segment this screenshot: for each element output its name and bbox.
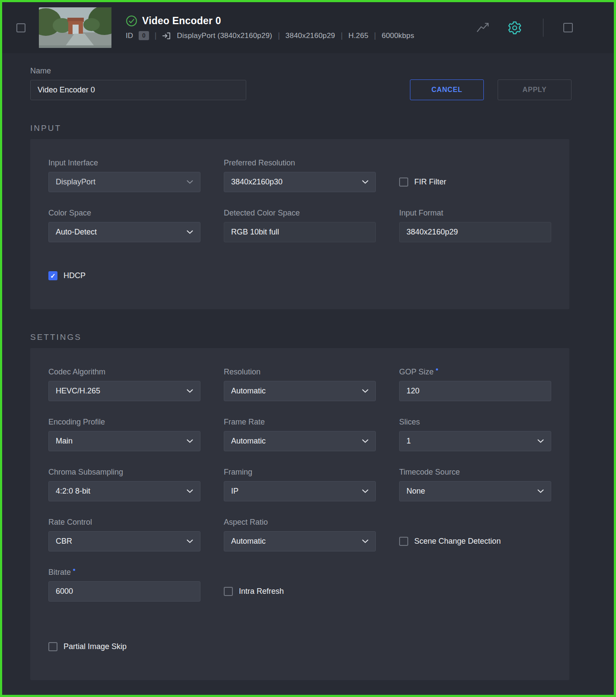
scene-change-detection-checkbox[interactable]: Scene Change Detection bbox=[399, 531, 551, 551]
partial-image-skip-label: Partial Image Skip bbox=[64, 642, 127, 651]
settings-section-title: SETTINGS bbox=[30, 333, 614, 342]
preferred-resolution-field: Preferred Resolution 3840x2160p30 bbox=[224, 158, 376, 192]
preferred-resolution-value: 3840x2160p30 bbox=[231, 177, 283, 187]
preview-scene-image bbox=[39, 7, 111, 48]
gop-size-label: GOP Size bbox=[399, 367, 551, 377]
input-interface-field: Input Interface DisplayPort bbox=[48, 158, 200, 192]
hdcp-checkbox-box[interactable] bbox=[48, 271, 57, 280]
detected-color-space-value: RGB 10bit full bbox=[231, 228, 279, 237]
bitrate-label: Bitrate bbox=[48, 567, 200, 577]
rate-control-select[interactable]: CBR bbox=[48, 531, 200, 551]
chevron-down-icon bbox=[187, 180, 193, 184]
input-interface-label: Input Interface bbox=[48, 158, 200, 168]
rate-control-field: Rate Control CBR bbox=[48, 517, 200, 551]
bitrate-field: Bitrate bbox=[48, 567, 200, 602]
framing-select[interactable]: IP bbox=[224, 481, 376, 501]
codec-algorithm-select[interactable]: HEVC/H.265 bbox=[48, 381, 200, 401]
framing-label: Framing bbox=[224, 467, 376, 477]
fir-filter-checkbox-box[interactable] bbox=[399, 177, 408, 187]
detected-color-space-field: Detected Color Space RGB 10bit full bbox=[224, 208, 376, 242]
chevron-down-icon bbox=[362, 439, 368, 443]
input-format-label: Input Format bbox=[399, 208, 551, 218]
page-title: Video Encoder 0 bbox=[142, 15, 221, 27]
timecode-source-select[interactable]: None bbox=[399, 481, 551, 501]
header-codec: H.265 bbox=[348, 32, 368, 40]
rate-control-value: CBR bbox=[56, 537, 72, 546]
chevron-down-icon bbox=[362, 180, 368, 184]
divider: | bbox=[155, 31, 157, 40]
frame-rate-value: Automatic bbox=[231, 437, 266, 446]
scene-change-detection-label: Scene Change Detection bbox=[414, 537, 501, 546]
input-source-icon bbox=[162, 32, 171, 40]
slices-label: Slices bbox=[399, 417, 551, 427]
chevron-down-icon bbox=[187, 389, 193, 393]
id-label: ID bbox=[126, 32, 133, 40]
frame-rate-select[interactable]: Automatic bbox=[224, 431, 376, 451]
aspect-ratio-label: Aspect Ratio bbox=[224, 517, 376, 527]
resolution-label: Resolution bbox=[224, 367, 376, 377]
chevron-down-icon bbox=[187, 539, 193, 543]
frame-rate-label: Frame Rate bbox=[224, 417, 376, 427]
cancel-button[interactable]: CANCEL bbox=[410, 79, 484, 100]
rate-control-label: Rate Control bbox=[48, 517, 200, 527]
resolution-select[interactable]: Automatic bbox=[224, 381, 376, 401]
header-bitrate: 6000kbps bbox=[382, 32, 414, 40]
encoding-profile-label: Encoding Profile bbox=[48, 417, 200, 427]
gop-size-input[interactable] bbox=[399, 381, 551, 401]
fir-filter-label: FIR Filter bbox=[414, 177, 446, 187]
intra-refresh-checkbox[interactable]: Intra Refresh bbox=[224, 581, 376, 602]
slices-field: Slices 1 bbox=[399, 417, 551, 451]
input-interface-value: DisplayPort bbox=[56, 177, 95, 187]
select-checkbox[interactable] bbox=[16, 23, 25, 32]
scene-change-detection-field: Scene Change Detection bbox=[399, 517, 551, 551]
timecode-source-value: None bbox=[406, 487, 425, 496]
encoding-profile-select[interactable]: Main bbox=[48, 431, 200, 451]
bitrate-input[interactable] bbox=[48, 581, 200, 602]
maximize-icon[interactable] bbox=[563, 23, 573, 32]
chevron-down-icon bbox=[362, 539, 368, 543]
gear-icon[interactable] bbox=[507, 20, 522, 35]
timecode-source-field: Timecode Source None bbox=[399, 467, 551, 501]
chevron-down-icon bbox=[187, 439, 193, 443]
encoding-profile-value: Main bbox=[56, 437, 73, 446]
resolution-value: Automatic bbox=[231, 387, 266, 396]
input-interface-select: DisplayPort bbox=[48, 172, 200, 192]
stats-icon[interactable] bbox=[476, 22, 490, 34]
header-resolution: 3840x2160p29 bbox=[286, 32, 335, 40]
fir-filter-field: FIR Filter bbox=[399, 158, 551, 192]
preview-thumbnail[interactable] bbox=[39, 7, 111, 48]
chroma-subsampling-select[interactable]: 4:2:0 8-bit bbox=[48, 481, 200, 501]
status-ok-icon bbox=[126, 15, 137, 27]
input-format-value: 3840x2160p29 bbox=[406, 228, 458, 237]
framing-field: Framing IP bbox=[224, 467, 376, 501]
partial-image-skip-checkbox[interactable]: Partial Image Skip bbox=[48, 637, 200, 657]
intra-refresh-field: Intra Refresh bbox=[224, 567, 376, 602]
frame-rate-field: Frame Rate Automatic bbox=[224, 417, 376, 451]
apply-button[interactable]: APPLY bbox=[498, 79, 572, 100]
name-row: Name CANCEL APPLY bbox=[30, 66, 572, 100]
modified-indicator bbox=[73, 569, 75, 571]
codec-algorithm-field: Codec Algorithm HEVC/H.265 bbox=[48, 367, 200, 401]
chevron-down-icon bbox=[362, 389, 368, 393]
slices-select[interactable]: 1 bbox=[399, 431, 551, 451]
input-section-title: INPUT bbox=[30, 124, 614, 133]
intra-refresh-checkbox-box[interactable] bbox=[224, 587, 233, 596]
fir-filter-checkbox[interactable]: FIR Filter bbox=[399, 172, 551, 192]
preferred-resolution-select[interactable]: 3840x2160p30 bbox=[224, 172, 376, 192]
encoder-settings-card: Video Encoder 0 ID 0 | DisplayPort (3840… bbox=[0, 0, 616, 697]
aspect-ratio-value: Automatic bbox=[231, 537, 266, 546]
input-format-value-box: 3840x2160p29 bbox=[399, 222, 551, 242]
scene-change-detection-checkbox-box[interactable] bbox=[399, 537, 408, 546]
detected-color-space-label: Detected Color Space bbox=[224, 208, 376, 218]
aspect-ratio-select[interactable]: Automatic bbox=[224, 531, 376, 551]
codec-algorithm-label: Codec Algorithm bbox=[48, 367, 200, 377]
name-input[interactable] bbox=[30, 80, 246, 100]
partial-image-skip-checkbox-box[interactable] bbox=[48, 642, 57, 651]
color-space-select[interactable]: Auto-Detect bbox=[48, 222, 200, 242]
color-space-label: Color Space bbox=[48, 208, 200, 218]
gop-size-field: GOP Size bbox=[399, 367, 551, 401]
divider: | bbox=[278, 31, 280, 40]
hdcp-checkbox[interactable]: HDCP bbox=[48, 266, 551, 286]
hdcp-field: HDCP bbox=[48, 266, 551, 286]
chroma-subsampling-label: Chroma Subsampling bbox=[48, 467, 200, 477]
